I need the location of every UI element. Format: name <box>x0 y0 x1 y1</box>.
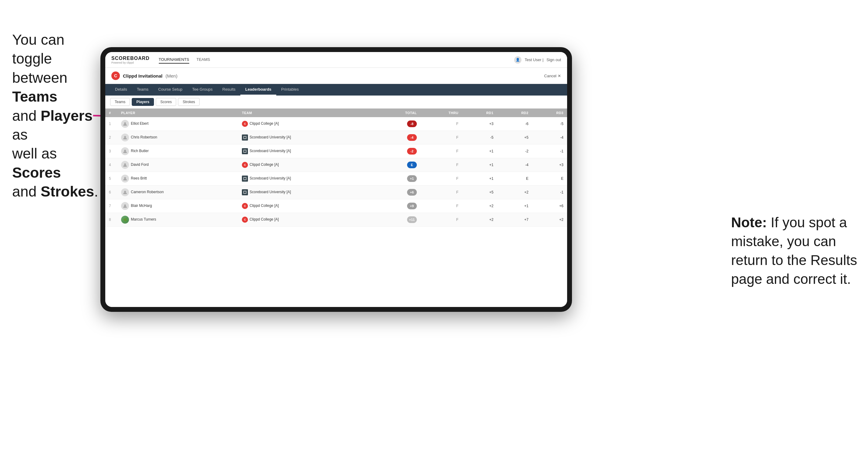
sub-filter-bar: Teams Players Scores Strokes <box>105 96 567 108</box>
nav-tournaments[interactable]: TOURNAMENTS <box>159 56 189 64</box>
cell-rank: 1 <box>105 117 118 131</box>
top-nav: SCOREBOARD Powered by clippd TOURNAMENTS… <box>105 52 567 68</box>
player-name: Rees Britt <box>131 176 147 180</box>
player-avatar <box>121 175 129 183</box>
player-avatar <box>121 202 129 210</box>
team-icon <box>242 176 248 182</box>
table-row: 5Rees BrittScoreboard University [A]+1F+… <box>105 172 567 186</box>
col-team: TEAM <box>238 108 374 117</box>
cell-team: CClippd College [A] <box>238 213 374 227</box>
logo-title: SCOREBOARD <box>111 56 150 61</box>
score-badge: -4 <box>407 134 417 141</box>
left-annotation: You can toggle between Teams and Players… <box>12 30 100 201</box>
filter-scores-button[interactable]: Scores <box>156 98 176 106</box>
nav-teams[interactable]: TEAMS <box>196 56 210 64</box>
cell-rd3: -5 <box>532 117 567 131</box>
team-icon <box>242 189 248 195</box>
cell-rd2: +5 <box>497 131 532 145</box>
score-badge: -2 <box>407 148 417 155</box>
cell-rd1: -5 <box>462 131 497 145</box>
col-rd2: RD2 <box>497 108 532 117</box>
cell-rd3: -1 <box>532 145 567 158</box>
cell-player: 🌿Marcus Turners <box>118 213 238 227</box>
svg-rect-11 <box>244 178 246 180</box>
tournament-subtitle: (Men) <box>165 73 177 79</box>
cell-thru: F <box>421 199 462 213</box>
player-name: Marcus Turners <box>131 217 156 221</box>
player-name: Rich Butler <box>131 149 149 153</box>
table-row: 8🌿Marcus TurnersCClippd College [A]+11F+… <box>105 213 567 227</box>
team-icon: C <box>242 217 248 223</box>
sign-out-link[interactable]: Sign out <box>547 58 561 62</box>
tab-details[interactable]: Details <box>110 84 132 96</box>
cell-rank: 7 <box>105 199 118 213</box>
filter-strokes-button[interactable]: Strokes <box>178 98 199 106</box>
cell-rank: 5 <box>105 172 118 186</box>
tournament-title: C Clippd Invitational (Men) <box>111 71 177 80</box>
score-badge: -8 <box>407 121 417 127</box>
cell-thru: F <box>421 213 462 227</box>
col-rd1: RD1 <box>462 108 497 117</box>
cell-total: +6 <box>374 186 421 199</box>
cell-rd1: +2 <box>462 199 497 213</box>
cell-rd2: +7 <box>497 213 532 227</box>
cell-rd2: +1 <box>497 199 532 213</box>
cell-rank: 6 <box>105 186 118 199</box>
cell-team: Scoreboard University [A] <box>238 186 374 199</box>
cell-player: David Ford <box>118 158 238 172</box>
cell-thru: F <box>421 131 462 145</box>
tournament-icon: C <box>111 71 120 80</box>
team-icon <box>242 134 248 141</box>
tab-teams[interactable]: Teams <box>132 84 153 96</box>
tab-tee-groups[interactable]: Tee Groups <box>187 84 218 96</box>
player-name: Cameron Robertson <box>131 190 164 194</box>
team-name: Scoreboard University [A] <box>249 190 291 194</box>
player-name: Elliot Ebert <box>131 121 149 126</box>
filter-players-button[interactable]: Players <box>132 98 154 106</box>
cell-thru: F <box>421 172 462 186</box>
team-name: Scoreboard University [A] <box>249 176 291 180</box>
cancel-button[interactable]: Cancel ✕ <box>544 74 561 78</box>
cell-rd1: +2 <box>462 213 497 227</box>
tab-course-setup[interactable]: Course Setup <box>153 84 187 96</box>
cell-rd1: +3 <box>462 117 497 131</box>
table-row: 4David FordCClippd College [A]EF+1-4+3 <box>105 158 567 172</box>
right-annotation: Note: If you spot a mistake, you can ret… <box>731 213 859 288</box>
cell-rank: 2 <box>105 131 118 145</box>
svg-rect-14 <box>244 191 246 193</box>
table-row: 6Cameron RobertsonScoreboard University … <box>105 186 567 199</box>
nav-links: TOURNAMENTS TEAMS <box>159 56 515 64</box>
cell-thru: F <box>421 158 462 172</box>
cell-team: CClippd College [A] <box>238 117 374 131</box>
tabs-bar: Details Teams Course Setup Tee Groups Re… <box>105 84 567 96</box>
cell-total: E <box>374 158 421 172</box>
team-name: Clippd College [A] <box>249 162 279 167</box>
logo-sub: Powered by clippd <box>111 61 150 64</box>
cell-rd3: -4 <box>532 131 567 145</box>
svg-rect-7 <box>244 150 246 152</box>
user-label: Test User | <box>525 58 544 62</box>
cell-thru: F <box>421 145 462 158</box>
score-badge: +11 <box>407 216 417 223</box>
nav-right: 👤 Test User | Sign out <box>514 56 561 64</box>
col-player: PLAYER <box>118 108 238 117</box>
col-rd3: RD3 <box>532 108 567 117</box>
cell-player: Chris Robertson <box>118 131 238 145</box>
team-name: Clippd College [A] <box>249 217 279 221</box>
table-row: 3Rich ButlerScoreboard University [A]-2F… <box>105 145 567 158</box>
leaderboard-table: # PLAYER TEAM TOTAL THRU RD1 RD2 RD3 1El… <box>105 108 567 307</box>
cell-team: Scoreboard University [A] <box>238 172 374 186</box>
filter-teams-button[interactable]: Teams <box>110 98 130 106</box>
tab-printables[interactable]: Printables <box>276 84 304 96</box>
cell-total: -8 <box>374 117 421 131</box>
cell-team: CClippd College [A] <box>238 158 374 172</box>
cell-thru: F <box>421 186 462 199</box>
cell-rd2: E <box>497 172 532 186</box>
tablet-frame: SCOREBOARD Powered by clippd TOURNAMENTS… <box>100 47 572 312</box>
tab-results[interactable]: Results <box>218 84 240 96</box>
cell-rd2: +2 <box>497 186 532 199</box>
cell-rd1: +1 <box>462 158 497 172</box>
col-rank: # <box>105 108 118 117</box>
tab-leaderboards[interactable]: Leaderboards <box>240 84 276 96</box>
cell-total: +9 <box>374 199 421 213</box>
